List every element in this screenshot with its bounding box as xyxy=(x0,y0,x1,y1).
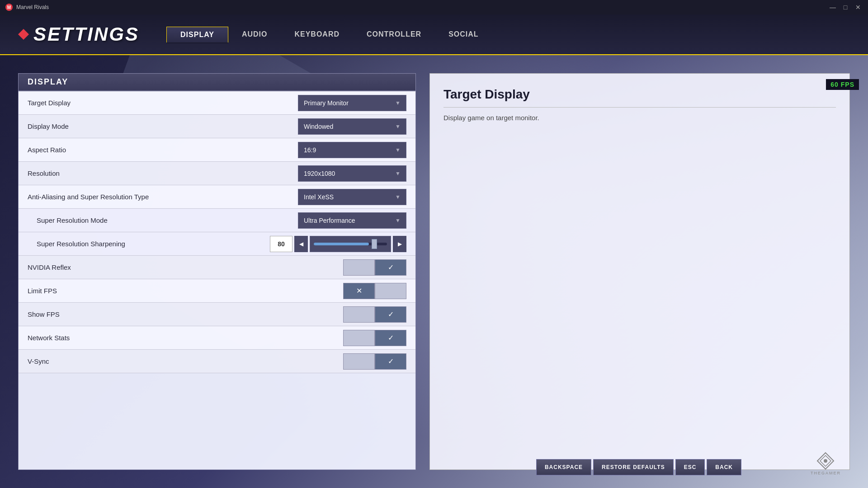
tab-controller[interactable]: CONTROLLER xyxy=(353,27,435,42)
control-aspect-ratio: 16:9 ▼ xyxy=(298,142,406,158)
row-aspect-ratio: Aspect Ratio 16:9 ▼ xyxy=(19,138,415,162)
info-title: Target Display xyxy=(443,87,836,108)
dropdown-arrow-anti-aliasing: ▼ xyxy=(395,194,401,200)
panel-header: DISPLAY xyxy=(19,74,415,91)
close-button[interactable]: ✕ xyxy=(854,3,863,12)
label-v-sync: V-Sync xyxy=(28,357,343,365)
slider-fill xyxy=(314,243,369,245)
fps-badge: 60 FPS xyxy=(826,79,859,90)
dropdown-value-anti-aliasing: Intel XeSS xyxy=(304,193,334,201)
control-resolution: 868x488 ▼ xyxy=(298,165,406,182)
row-v-sync: V-Sync ✓ xyxy=(19,350,415,373)
settings-body: Target Display Primary Monitor ▼ Display… xyxy=(19,91,415,373)
toggle-limit-fps-on[interactable] xyxy=(375,283,406,299)
slider-track[interactable] xyxy=(310,236,391,252)
dropdown-value-aspect-ratio: 16:9 xyxy=(304,146,316,154)
titlebar: M Marvel Rivals — □ ✕ xyxy=(0,0,868,14)
row-limit-fps: Limit FPS ✕ xyxy=(19,279,415,303)
label-anti-aliasing: Anti-Aliasing and Super Resolution Type xyxy=(28,193,298,201)
control-show-fps: ✓ xyxy=(343,306,406,323)
toggle-network-stats-on[interactable]: ✓ xyxy=(375,330,406,346)
label-nvidia-reflex: NVIDIA Reflex xyxy=(28,263,343,271)
dropdown-value-target-display: Primary Monitor xyxy=(304,99,349,107)
dropdown-anti-aliasing[interactable]: Intel XeSS ▼ xyxy=(298,189,406,205)
tab-keyboard[interactable]: KEYBOARD xyxy=(281,27,353,42)
slider-decrease-button[interactable]: ◀ xyxy=(294,236,308,252)
slider-value: 80 xyxy=(278,240,285,248)
tab-audio[interactable]: AUDIO xyxy=(228,27,281,42)
watermark: THEGAMER xyxy=(811,452,841,475)
logo-icon xyxy=(18,29,29,40)
dropdown-value-super-resolution-mode: Ultra Performance xyxy=(304,217,355,224)
minimize-button[interactable]: — xyxy=(828,3,837,12)
control-target-display: Primary Monitor ▼ xyxy=(298,95,406,111)
bottom-bar: BACKSPACE RESTORE DEFAULTS ESC BACK xyxy=(523,455,755,479)
slider-thumb[interactable] xyxy=(372,239,377,249)
maximize-button[interactable]: □ xyxy=(841,3,850,12)
label-aspect-ratio: Aspect Ratio xyxy=(28,146,298,154)
control-nvidia-reflex: ✓ xyxy=(343,259,406,276)
main-content: DISPLAY Target Display Primary Monitor ▼… xyxy=(0,55,868,488)
label-target-display: Target Display xyxy=(28,99,298,107)
control-display-mode: Windowed ▼ xyxy=(298,118,406,135)
settings-panel: DISPLAY Target Display Primary Monitor ▼… xyxy=(18,73,416,470)
svg-point-2 xyxy=(824,459,827,463)
row-show-fps: Show FPS ✓ xyxy=(19,303,415,326)
control-limit-fps: ✕ xyxy=(343,283,406,299)
app-icon: M xyxy=(5,4,13,11)
row-network-stats: Network Stats ✓ xyxy=(19,326,415,350)
row-nvidia-reflex: NVIDIA Reflex ✓ xyxy=(19,256,415,279)
dropdown-display-mode[interactable]: Windowed ▼ xyxy=(298,118,406,135)
dropdown-super-resolution-mode[interactable]: Ultra Performance ▼ xyxy=(298,212,406,229)
backspace-button[interactable]: BACKSPACE xyxy=(536,459,591,475)
control-super-resolution-sharpening: 80 ◀ ▶ xyxy=(270,236,406,252)
control-v-sync: ✓ xyxy=(343,353,406,370)
settings-title: SETTINGS xyxy=(33,23,139,45)
toggle-nvidia-reflex: ✓ xyxy=(343,259,406,276)
watermark-icon xyxy=(816,452,835,470)
label-super-resolution-mode: Super Resolution Mode xyxy=(37,216,298,224)
dropdown-value-resolution: 868x488 xyxy=(304,170,335,177)
tab-display[interactable]: DISPLAY xyxy=(166,27,228,42)
header: SETTINGS DISPLAY AUDIO KEYBOARD CONTROLL… xyxy=(0,14,868,55)
row-anti-aliasing: Anti-Aliasing and Super Resolution Type … xyxy=(19,185,415,209)
toggle-show-fps-on[interactable]: ✓ xyxy=(375,306,406,323)
toggle-limit-fps: ✕ xyxy=(343,283,406,299)
toggle-nvidia-reflex-off[interactable] xyxy=(343,259,375,276)
dropdown-target-display[interactable]: Primary Monitor ▼ xyxy=(298,95,406,111)
dropdown-arrow-aspect-ratio: ▼ xyxy=(395,147,401,153)
toggle-limit-fps-off[interactable]: ✕ xyxy=(343,283,375,299)
dropdown-arrow-resolution: ▼ xyxy=(395,170,401,177)
toggle-network-stats-off[interactable] xyxy=(343,330,375,346)
logo-area: SETTINGS xyxy=(18,23,139,45)
control-super-resolution-mode: Ultra Performance ▼ xyxy=(298,212,406,229)
dropdown-aspect-ratio[interactable]: 16:9 ▼ xyxy=(298,142,406,158)
window-title: Marvel Rivals xyxy=(16,4,828,10)
slider-value-box: 80 xyxy=(270,236,292,252)
toggle-network-stats: ✓ xyxy=(343,330,406,346)
tab-social[interactable]: SOCIAL xyxy=(435,27,492,42)
label-display-mode: Display Mode xyxy=(28,122,298,130)
toggle-show-fps-off[interactable] xyxy=(343,306,375,323)
toggle-nvidia-reflex-on[interactable]: ✓ xyxy=(375,259,406,276)
watermark-text: THEGAMER xyxy=(811,471,841,475)
row-target-display: Target Display Primary Monitor ▼ xyxy=(19,91,415,115)
nav-tabs: DISPLAY AUDIO KEYBOARD CONTROLLER SOCIAL xyxy=(166,27,492,42)
label-super-resolution-sharpening: Super Resolution Sharpening xyxy=(37,240,270,248)
dropdown-resolution[interactable]: 868x488 ▼ xyxy=(298,165,406,182)
dropdown-value-display-mode: Windowed xyxy=(304,123,333,130)
row-super-resolution-sharpening: Super Resolution Sharpening 80 ◀ ▶ xyxy=(19,232,415,256)
toggle-v-sync-on[interactable]: ✓ xyxy=(375,353,406,370)
dropdown-arrow-target-display: ▼ xyxy=(395,100,401,106)
label-network-stats: Network Stats xyxy=(28,334,343,342)
restore-defaults-button[interactable]: RESTORE DEFAULTS xyxy=(593,459,674,475)
back-button[interactable]: BACK xyxy=(707,459,741,475)
dropdown-arrow-super-resolution-mode: ▼ xyxy=(395,217,401,224)
toggle-v-sync-off[interactable] xyxy=(343,353,375,370)
toggle-show-fps: ✓ xyxy=(343,306,406,323)
control-network-stats: ✓ xyxy=(343,330,406,346)
dropdown-arrow-display-mode: ▼ xyxy=(395,123,401,130)
slider-increase-button[interactable]: ▶ xyxy=(393,236,406,252)
esc-button[interactable]: ESC xyxy=(675,459,705,475)
label-show-fps: Show FPS xyxy=(28,310,343,318)
